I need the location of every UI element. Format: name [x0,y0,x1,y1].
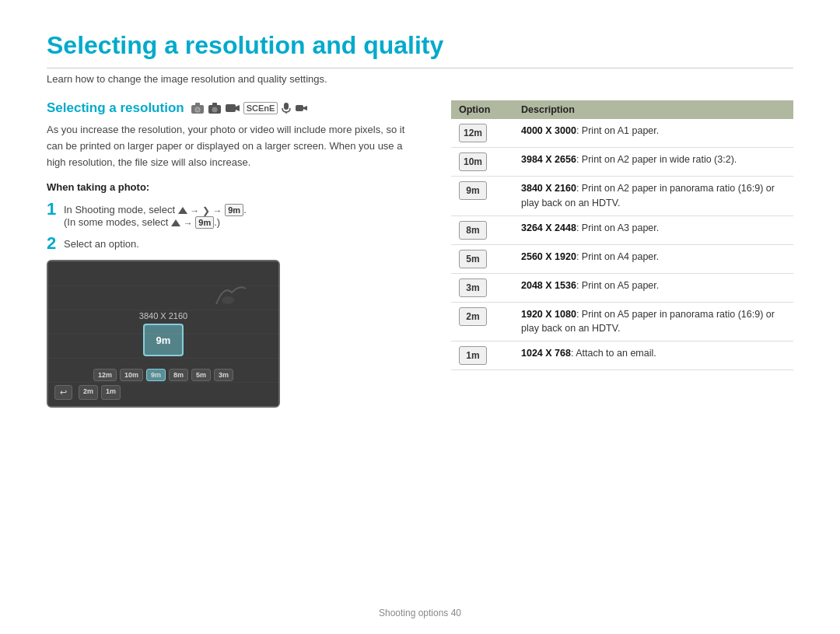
step-1-sub-icon: 9m [195,216,214,229]
step-1-label: In Shooting mode, select [64,204,175,215]
option-icon-8m: 8m [459,221,487,240]
step-2-label: Select an option. [64,238,139,250]
icon-9m-selected: 9m [146,369,166,381]
svg-point-6 [212,107,217,113]
icon-2m: 2m [79,385,98,400]
option-desc-cell: 4000 X 3000: Print on A1 paper. [513,119,793,148]
page-title: Selecting a resolution and quality [47,31,793,68]
step-1: 1 In Shooting mode, select → ❯ → 9m. (In… [47,201,420,229]
option-desc-cell: 2560 X 1920: Print on A4 paper. [513,244,793,273]
option-icon-cell: 3m [451,273,513,302]
icon-10m: 10m [120,369,143,381]
video-mode-icon [295,102,309,114]
option-icon-cell: 5m [451,244,513,273]
right-column: Option Description 12m4000 X 3000: Print… [451,100,793,408]
option-desc-cell: 3840 X 2160: Print on A2 paper in panora… [513,177,793,216]
step-1-text: In Shooting mode, select → ❯ → 9m. (In s… [64,201,420,229]
option-desc-text: : Print on A4 paper. [576,251,659,262]
step-1-number: 1 [47,201,59,218]
option-desc-cell: 1920 X 1080: Print on A5 paper in panora… [513,302,793,342]
icon-5m: 5m [191,369,211,381]
option-icon-cell: 8m [451,215,513,244]
option-bold-val: 3984 X 2656 [521,154,576,165]
option-icon-2m: 2m [459,307,487,326]
icon-row-1: 12m 10m 9m 8m 5m 3m [48,366,278,384]
step-1-sub: (In some modes, select [64,216,168,228]
option-table: Option Description 12m4000 X 3000: Print… [451,100,793,370]
col-option-header: Option [451,100,513,119]
option-desc-cell: 1024 X 768: Attach to an email. [513,342,793,370]
icon-3m: 3m [214,369,233,381]
icon-1m: 1m [101,385,121,400]
back-icon: ↩ [54,385,72,400]
step-2-number: 2 [47,235,59,252]
section-mode-icons: SCEnE [191,102,310,114]
option-icon-10m: 10m [459,152,487,171]
option-bold-val: 1024 X 768 [521,348,571,359]
camera-icon-1 [191,102,205,114]
step-2: 2 Select an option. [47,235,420,252]
option-icon-12m: 12m [459,124,487,142]
main-content: Selecting a resolution [47,100,793,408]
section-body: As you increase the resolution, your pho… [47,122,420,170]
svg-point-13 [222,296,234,304]
option-icon-cell: 10m [451,148,513,177]
arrow-right-4: → [184,218,193,229]
arrow-right-3: → [213,205,222,216]
option-icon-cell: 9m [451,177,513,216]
mic-icon [281,102,292,114]
table-row: 12m4000 X 3000: Print on A1 paper. [451,119,793,148]
option-desc-text: : Attach to an email. [571,348,656,359]
camera-screen-inner: 3840 X 2160 9m 12m 10m 9m 8m 5m 3m ↩ 2m … [48,261,278,406]
option-icon-9m: 9m [459,181,487,200]
when-taking-heading: When taking a photo: [47,181,420,193]
footer-text: Shooting options 40 [379,608,461,618]
svg-point-3 [196,108,199,111]
svg-rect-11 [296,105,303,111]
table-row: 8m3264 X 2448: Print on A3 paper. [451,215,793,244]
option-bold-val: 4000 X 3000 [521,125,576,136]
icon-row-2: ↩ 2m 1m [48,385,278,400]
triangle-up-icon [178,207,187,214]
step-1-icon-9m: 9m [225,204,243,216]
col-description-header: Description [513,100,793,119]
section-title: Selecting a resolution [47,100,184,116]
option-icon-cell: 1m [451,342,513,370]
triangle-up-2-icon [171,219,180,226]
option-icon-cell: 2m [451,302,513,342]
svg-rect-9 [284,103,289,110]
option-desc-cell: 3984 X 2656: Print on A2 paper in wide r… [513,148,793,177]
table-row: 9m3840 X 2160: Print on A2 paper in pano… [451,177,793,216]
option-bold-val: 2560 X 1920 [521,251,576,262]
table-row: 1m1024 X 768: Attach to an email. [451,342,793,370]
option-icon-1m: 1m [459,346,487,365]
table-row: 5m2560 X 1920: Print on A4 paper. [451,244,793,273]
svg-marker-8 [236,105,240,111]
svg-rect-7 [226,104,236,112]
camera-icon-2 [208,102,222,114]
option-desc-text: : Print on A3 paper. [576,222,659,233]
icon-8m: 8m [169,369,188,381]
page-footer: Shooting options 40 [0,608,840,618]
option-desc-text: : Print on A5 paper. [576,280,659,291]
option-desc-text: : Print on A1 paper. [576,125,659,136]
arrow-right-2-icon: ❯ [202,205,210,216]
camera-screen: 3840 X 2160 9m 12m 10m 9m 8m 5m 3m ↩ 2m … [47,260,280,408]
table-row: 2m1920 X 1080: Print on A5 paper in pano… [451,302,793,342]
svg-rect-5 [212,103,217,106]
option-desc-cell: 2048 X 1536: Print on A5 paper. [513,273,793,302]
option-bold-val: 2048 X 1536 [521,280,576,291]
svg-rect-1 [195,103,200,106]
icon-12m: 12m [93,369,117,381]
left-column: Selecting a resolution [47,100,420,408]
option-desc-text: : Print on A2 paper in wide ratio (3:2). [576,154,737,165]
option-bold-val: 3264 X 2448 [521,222,576,233]
option-icon-5m: 5m [459,250,487,268]
page: Selecting a resolution and quality Learn… [0,0,840,634]
table-header-row: Option Description [451,100,793,119]
video-icon [225,102,240,114]
option-bold-val: 1920 X 1080 [521,309,576,320]
svg-marker-12 [303,106,307,110]
page-subtitle: Learn how to change the image resolution… [47,73,793,85]
scene-text: SCEnE [243,102,278,114]
